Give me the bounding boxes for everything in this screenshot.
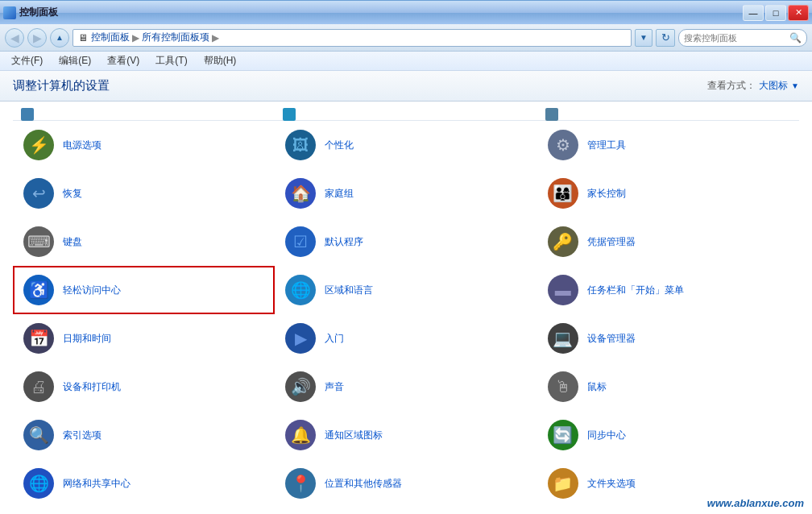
up-button[interactable]: ▲ [50,28,69,48]
search-icon: 🔍 [789,32,802,44]
path-all-items[interactable]: 所有控制面板项 [142,31,209,44]
panel-item-keyboard[interactable]: ⌨ 键盘 [13,218,275,266]
panel-item-network[interactable]: 🌐 网络和共享中心 [13,459,275,508]
panel-item-devices-printers[interactable]: 🖨 设备和打印机 [13,363,275,411]
title-bar-text: 控制面板 [19,6,743,19]
refresh-button[interactable]: ↻ [656,29,675,47]
panel-item-power[interactable]: ⚡ 电源选项 [13,121,275,169]
panel-item-display[interactable]: 🖥 显示 [275,508,536,514]
item-label-mouse: 鼠标 [587,380,607,394]
panel-item-notification[interactable]: 🔔 通知区域图标 [275,411,536,459]
item-icon-sync-center: 🔄 [547,419,579,451]
item-label-network: 网络和共享中心 [63,477,130,491]
path-control-panel[interactable]: 控制面板 [91,31,130,44]
item-label-power: 电源选项 [63,139,102,152]
item-icon-location: 📍 [284,467,317,499]
panel-item-location[interactable]: 📍 位置和其他传感器 [275,459,536,508]
partial-top-row [13,108,799,121]
panel-item-manage-tools[interactable]: ⚙ 管理工具 [537,121,799,169]
view-value-button[interactable]: 大图标 [759,79,788,93]
panel-item-device-mgr[interactable]: 💻 设备管理器 [537,314,799,363]
item-icon-notification: 🔔 [284,419,317,451]
panel-item-region-lang[interactable]: 🌐 区域和语言 [275,266,536,314]
panel-item-parental[interactable]: 👨‍👩‍👦 家长控制 [537,169,799,218]
maximize-button[interactable]: □ [765,5,786,21]
item-label-restore: 恢复 [63,187,82,201]
menu-view[interactable]: 查看(V) [102,52,144,69]
item-icon-folder-opts: 📁 [547,467,579,499]
menu-edit[interactable]: 编辑(E) [54,52,96,69]
panel-item-datetime[interactable]: 📅 日期和时间 [13,314,275,363]
item-label-homegroup: 家庭组 [325,187,354,201]
panel-item-sync-center[interactable]: 🔄 同步中心 [537,411,799,459]
panel-item-getstarted[interactable]: ▶ 入门 [275,314,536,363]
panel-item-mouse[interactable]: 🖱 鼠标 [537,363,799,411]
item-icon-network: 🌐 [23,467,55,499]
panel-item-default-progs[interactable]: ☑ 默认程序 [275,218,536,266]
item-label-sync-center: 同步中心 [587,429,626,442]
item-icon-parental: 👨‍👩‍👦 [547,177,579,209]
path-separator-1: ▶ [132,32,139,44]
item-icon-credential: 🔑 [547,226,579,258]
menu-tools[interactable]: 工具(T) [151,52,192,69]
item-label-notification: 通知区域图标 [325,429,383,442]
item-label-datetime: 日期和时间 [63,332,111,346]
path-dropdown-button[interactable]: ▼ [635,29,652,47]
item-label-personalize: 个性化 [325,139,354,152]
item-icon-getstarted: ▶ [284,322,317,354]
content-area: ⚡ 电源选项 🖼 个性化 ⚙ 管理工具 ↩ 恢复 🏠 [0,102,812,514]
panel-item-taskbar-start[interactable]: ▬ 任务栏和「开始」菜单 [537,266,799,314]
panel-item-system[interactable]: 🖥 系统 [13,508,275,514]
partial-item-1 [13,108,275,121]
item-label-sound: 声音 [325,380,344,394]
search-input[interactable] [684,33,786,43]
close-button[interactable]: ✕ [788,5,809,21]
title-bar-buttons: — □ ✕ [743,5,809,21]
title-bar: 控制面板 — □ ✕ [0,0,812,24]
panel-item-homegroup[interactable]: 🏠 家庭组 [275,169,536,218]
toolbar-strip: 调整计算机的设置 查看方式： 大图标 ▼ [0,71,812,102]
item-icon-region-lang: 🌐 [284,274,317,306]
item-label-default-progs: 默认程序 [325,235,363,249]
path-separator-2: ▶ [212,32,219,44]
item-label-keyboard: 键盘 [63,235,82,249]
panel-item-sound[interactable]: 🔊 声音 [275,363,536,411]
panel-item-ease-access[interactable]: ♿ 轻松访问中心 [13,266,275,314]
item-label-parental: 家长控制 [587,187,626,201]
address-bar: ◀ ▶ ▲ 🖥 控制面板 ▶ 所有控制面板项 ▶ ▼ ↻ 🔍 [0,24,812,52]
panel-item-credential[interactable]: 🔑 凭据管理器 [537,218,799,266]
main-content: ⚡ 电源选项 🖼 个性化 ⚙ 管理工具 ↩ 恢复 🏠 [0,102,812,514]
forward-button[interactable]: ▶ [27,28,47,48]
item-icon-personalize: 🖼 [284,129,317,161]
view-options: 查看方式： 大图标 ▼ [707,79,799,93]
partial-icon-2 [283,108,296,121]
panel-item-personalize[interactable]: 🖼 个性化 [275,121,536,169]
item-label-device-mgr: 设备管理器 [587,332,636,346]
view-label: 查看方式： [707,79,756,93]
item-icon-taskbar-start: ▬ [547,274,579,306]
item-label-getstarted: 入门 [325,332,344,346]
address-path: 🖥 控制面板 ▶ 所有控制面板项 ▶ [72,29,632,47]
item-label-manage-tools: 管理工具 [587,139,626,152]
menu-bar: 文件(F) 编辑(E) 查看(V) 工具(T) 帮助(H) [0,52,812,71]
back-button[interactable]: ◀ [5,28,24,48]
view-dropdown-icon[interactable]: ▼ [791,81,799,90]
minimize-button[interactable]: — [743,5,764,21]
item-icon-devices-printers: 🖨 [23,371,55,403]
menu-help[interactable]: 帮助(H) [199,52,242,69]
partial-item-2 [275,108,536,121]
item-label-ease-access: 轻松访问中心 [63,284,121,297]
item-icon-restore: ↩ [23,177,55,209]
item-icon-manage-tools: ⚙ [547,129,579,161]
item-icon-datetime: 📅 [23,322,55,354]
partial-icon-3 [545,108,558,121]
panel-item-restore[interactable]: ↩ 恢复 [13,169,275,218]
item-label-location: 位置和其他传感器 [325,477,402,491]
item-label-devices-printers: 设备和打印机 [63,380,121,394]
item-label-taskbar-start: 任务栏和「开始」菜单 [587,284,684,297]
menu-file[interactable]: 文件(F) [6,52,48,69]
item-label-credential: 凭据管理器 [587,235,636,249]
item-label-indexing: 索引选项 [63,429,102,442]
item-icon-device-mgr: 💻 [547,322,579,354]
panel-item-indexing[interactable]: 🔍 索引选项 [13,411,275,459]
